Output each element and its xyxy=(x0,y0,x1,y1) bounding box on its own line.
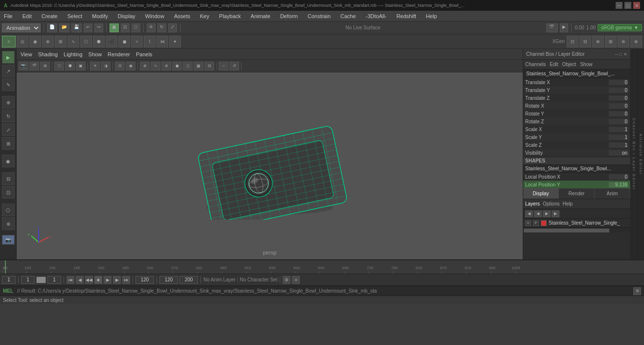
undo-btn[interactable]: ↩ xyxy=(84,23,92,32)
lasso-tool-btn[interactable]: ⊡ xyxy=(121,23,130,32)
universal-btn[interactable]: ⊞ xyxy=(2,137,15,150)
hair-btn[interactable]: ⌇ xyxy=(144,36,155,47)
tab-object[interactable]: Object xyxy=(562,62,577,67)
camera-btn[interactable]: 📷 xyxy=(2,235,15,245)
vp-film-btn[interactable]: 🎬 xyxy=(29,62,39,70)
vp-deform-btn[interactable]: ⊛ xyxy=(161,62,171,70)
menu-file[interactable]: File xyxy=(2,12,15,20)
open-scene-btn[interactable]: 📂 xyxy=(59,23,69,32)
soft-select-btn[interactable]: ◉ xyxy=(2,155,15,167)
start-frame-input[interactable] xyxy=(21,276,35,284)
move-btn[interactable]: ⊕ xyxy=(2,96,15,109)
menu-modify[interactable]: Modify xyxy=(90,12,110,20)
vp-menu-renderer[interactable]: Renderer xyxy=(108,51,130,57)
channel-value-lpx[interactable]: 0 xyxy=(609,174,628,180)
cb-close-icon[interactable]: ✕ xyxy=(623,52,627,57)
xgen-active-btn[interactable]: X xyxy=(2,36,16,47)
tab-channels[interactable]: Channels xyxy=(525,62,546,67)
vp-menu-lighting[interactable]: Lighting xyxy=(64,51,83,57)
play-back-btn[interactable]: ◀◀ xyxy=(85,276,93,284)
channel-value-sy[interactable]: 1 xyxy=(609,135,628,140)
vp-menu-show[interactable]: Show xyxy=(89,51,102,57)
select-tool-btn[interactable]: ▣ xyxy=(110,23,119,32)
paint-select-btn[interactable]: ⬡ xyxy=(132,23,140,32)
skip-to-start-btn[interactable]: ⏮ xyxy=(67,276,74,284)
menu-redshift[interactable]: Redshift xyxy=(395,12,418,20)
menu-window[interactable]: Window xyxy=(143,12,166,20)
channel-value-ty[interactable]: 0 xyxy=(609,88,628,93)
vp-ik-btn[interactable]: ∿ xyxy=(151,62,160,70)
channel-value-tz[interactable]: 0 xyxy=(609,95,628,101)
vp-render-overlay-btn[interactable]: ▦ xyxy=(194,62,203,70)
tab-help[interactable]: Help xyxy=(562,201,573,207)
channel-value-rz[interactable]: 0 xyxy=(609,119,628,124)
isolate-btn[interactable]: ◉ xyxy=(29,36,41,47)
scale-tool-btn[interactable]: ⤢ xyxy=(168,23,177,32)
vp-menu-view[interactable]: View xyxy=(21,51,32,57)
poly-btn[interactable]: ⬛ xyxy=(106,36,117,47)
surface-btn[interactable]: ⬡ xyxy=(80,36,92,47)
more-btn[interactable]: ≡ xyxy=(292,276,300,284)
vp-flip-btn[interactable]: ↔ xyxy=(219,62,228,70)
tab-layers[interactable]: Layers xyxy=(525,201,540,207)
vp-grid-btn[interactable]: ⊞ xyxy=(40,62,50,70)
lasso-mode-btn[interactable]: ↗ xyxy=(2,65,15,77)
cloth-btn[interactable]: ⋈ xyxy=(156,36,168,47)
channel-value-sz[interactable]: 1 xyxy=(609,142,628,148)
menu-animate[interactable]: Animate xyxy=(249,12,272,20)
menu-create[interactable]: Create xyxy=(40,12,60,20)
max-range-end[interactable] xyxy=(179,276,198,284)
menu-display[interactable]: Display xyxy=(116,12,137,20)
tab-render[interactable]: Render xyxy=(559,188,595,199)
vp-wireframe-btn[interactable]: ⬡ xyxy=(54,62,64,70)
menu-assets[interactable]: Assets xyxy=(172,12,192,20)
workflow-dropdown[interactable]: Animation Modeling Rigging xyxy=(2,23,41,32)
prev-layer-btn[interactable]: ◀ xyxy=(534,210,542,217)
new-scene-btn[interactable]: 📄 xyxy=(47,23,57,32)
vp-camera-btn[interactable]: 📷 xyxy=(19,62,28,70)
layer-playback-toggle[interactable]: P xyxy=(533,220,539,226)
step-fwd-btn[interactable]: ▶ xyxy=(113,276,121,284)
menu-key[interactable]: Key xyxy=(198,12,211,20)
scale-btn[interactable]: ⤢ xyxy=(2,123,15,136)
ik-btn[interactable]: ⊞ xyxy=(55,36,67,47)
sculpt-btn[interactable]: ⊛ xyxy=(2,217,15,230)
settings-btn[interactable]: ⚙ xyxy=(283,276,290,284)
cb-minimize-icon[interactable]: ─ xyxy=(615,52,618,57)
vp-joints-btn[interactable]: ⊕ xyxy=(140,62,150,70)
srgb-selector[interactable]: sRGB gamma ▼ xyxy=(598,24,642,31)
menu-playback[interactable]: Playback xyxy=(217,12,243,20)
menu-3dtoall[interactable]: -3DtoAll- xyxy=(364,12,389,20)
deform-btn[interactable]: ⬢ xyxy=(93,36,105,47)
xgen-btn2[interactable]: ⊟ xyxy=(579,36,591,47)
vp-rotate-view-btn[interactable]: ↺ xyxy=(229,62,239,70)
menu-edit[interactable]: Edit xyxy=(21,12,34,20)
fluid-btn[interactable]: ≈ xyxy=(131,36,143,47)
rotate-tool-btn[interactable]: ↻ xyxy=(157,23,166,32)
timeline[interactable]: 60 105 150 195 240 285 330 375 420 465 5… xyxy=(0,259,644,274)
xgen-btn5[interactable]: ⊛ xyxy=(618,36,629,47)
xgen-btn6[interactable]: ⊗ xyxy=(630,36,642,47)
step-back-btn[interactable]: ◀ xyxy=(76,276,84,284)
vp-shadow-btn[interactable]: ◑ xyxy=(101,62,111,70)
vp-isolate-btn[interactable]: ◉ xyxy=(126,62,135,70)
rotate-btn[interactable]: ↻ xyxy=(2,110,15,122)
polygon-tool-btn[interactable]: ⬡ xyxy=(2,204,15,216)
xgen-btn1[interactable]: ⊡ xyxy=(567,36,578,47)
stop-btn[interactable]: ■ xyxy=(94,276,102,284)
vp-solid-btn[interactable]: ⬢ xyxy=(65,62,75,70)
vp-resolution-btn[interactable]: ⊡ xyxy=(115,62,125,70)
cb-expand-icon[interactable]: □ xyxy=(620,52,622,57)
channel-value-vis[interactable]: on xyxy=(609,150,628,156)
render-btn[interactable]: ▶ xyxy=(560,23,568,32)
render-settings-btn[interactable]: 🎬 xyxy=(546,23,558,32)
tab-edit[interactable]: Edit xyxy=(550,62,558,67)
minimize-button[interactable]: ─ xyxy=(616,2,622,9)
tab-display[interactable]: Display xyxy=(523,188,559,199)
channel-box-side-tab[interactable]: Channel Box / Layer Editor xyxy=(630,49,637,259)
xgen-btn3[interactable]: ⊕ xyxy=(592,36,604,47)
tab-options[interactable]: Options xyxy=(543,201,559,207)
attribute-editor-tab[interactable]: Attribute Editor xyxy=(637,49,644,259)
joint-btn[interactable]: ⊕ xyxy=(42,36,54,47)
select-mode-btn[interactable]: ▶ xyxy=(2,51,15,64)
